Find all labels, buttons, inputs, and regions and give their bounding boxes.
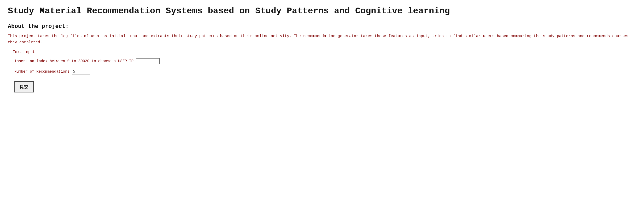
user-id-label: Insert an index between 0 to 39020 to ch… [14,59,133,63]
submit-button[interactable]: 提交 [14,81,34,92]
user-id-row: Insert an index between 0 to 39020 to ch… [14,58,630,64]
recommendations-row: Number of Recommendations [14,69,630,74]
about-heading: About the project: [8,23,636,30]
user-id-input[interactable] [136,58,160,64]
main-title: Study Material Recommendation Systems ba… [8,5,636,17]
text-input-fieldset: Text input Insert an index between 0 to … [8,53,636,100]
project-description: This project takes the log files of user… [8,33,636,45]
recommendations-input[interactable] [72,69,90,74]
recommendations-label: Number of Recommendations [14,69,69,74]
fieldset-legend: Text input [11,50,36,54]
